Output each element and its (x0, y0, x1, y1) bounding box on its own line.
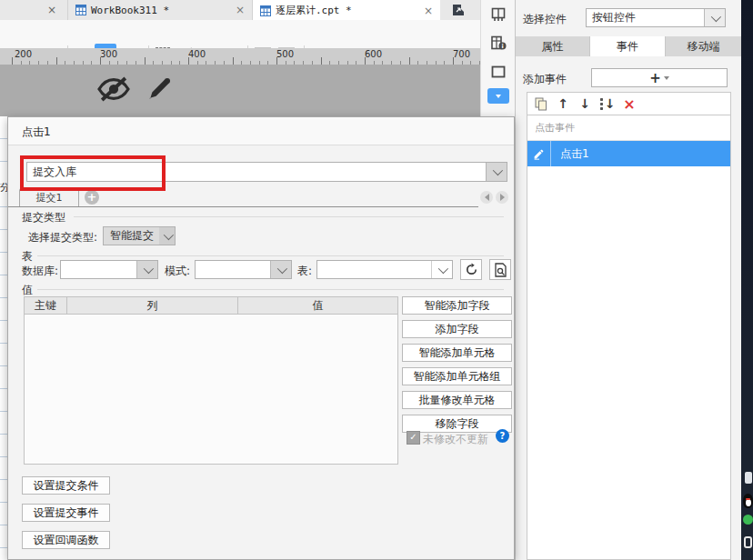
tray-icon[interactable] (744, 536, 752, 548)
move-down-button[interactable]: ↓ (577, 93, 592, 115)
float-element-button[interactable] (488, 62, 508, 82)
chevron-down-icon[interactable] (431, 261, 452, 278)
mode-combobox[interactable] (195, 260, 292, 279)
set-submit-condition-button[interactable]: 设置提交条件 (22, 476, 110, 495)
tab-workbook311[interactable]: WorkBook311 * × (68, 0, 253, 20)
plus-icon: + (649, 70, 661, 86)
ruler-number: 300 (100, 49, 117, 59)
click-event-dialog: 点击1 提交入库 提交1 + 提交类型 选择提交类型: 智能提交 表 数据库: … (7, 116, 515, 560)
document-search-icon (494, 263, 507, 277)
submit-type-dropdown[interactable]: 智能提交 (103, 226, 176, 245)
chevron-down-icon[interactable] (136, 261, 157, 278)
refresh-button[interactable] (460, 259, 482, 280)
widget-settings-panel: 选择控件 按钮控件 属性 事件 移动端 添加事件 + ↑ ↓ ↓ × 点击事件 (515, 0, 741, 560)
widget-edit-canvas[interactable] (0, 65, 480, 116)
event-item-label: 点击1 (551, 146, 589, 162)
widget-settings-button[interactable] (487, 88, 509, 104)
copy-event-button[interactable] (533, 93, 549, 115)
mode-label: 模式: (165, 264, 190, 279)
column-header-column[interactable]: 列 (67, 297, 238, 314)
smart-add-cell-button[interactable]: 智能添加单元格 (402, 344, 512, 362)
horizontal-ruler: 200 300 400 500 600 700 (0, 48, 480, 65)
event-type-combobox[interactable]: 提交入库 (26, 162, 507, 182)
copy-icon (535, 97, 547, 111)
tab-label: 事件 (617, 39, 638, 55)
move-to-position-button[interactable]: ↓ (597, 93, 617, 115)
tab-label: 逐层累计.cpt * (276, 4, 352, 17)
remove-field-button[interactable]: 移除字段 (402, 415, 512, 433)
tray-green-icon[interactable] (743, 515, 753, 525)
table-label: 表: (297, 264, 312, 279)
table-header-row: 主键 列 值 (25, 297, 397, 315)
qq-penguin-icon[interactable] (743, 494, 753, 508)
submit-type-label: 选择提交类型: (28, 230, 97, 245)
tray-icon[interactable] (745, 472, 752, 484)
chevron-down-icon[interactable] (486, 163, 507, 181)
event-list-toolbar: ↑ ↓ ↓ × (527, 92, 731, 115)
smart-add-cell-group-button[interactable]: 智能添加单元格组 (402, 367, 512, 385)
chevron-down-icon (664, 76, 669, 80)
refresh-icon (465, 263, 478, 276)
column-header-value[interactable]: 值 (238, 297, 397, 314)
delete-event-button[interactable]: × (621, 93, 638, 115)
select-widget-combobox[interactable]: 按钮控件 (586, 8, 726, 27)
ruler-number: 700 (453, 49, 470, 59)
section-label-table: 表 (22, 249, 33, 265)
column-header-primary-key[interactable]: 主键 (25, 297, 67, 314)
desktop-edge-strip (741, 0, 753, 560)
database-combobox[interactable] (60, 260, 158, 279)
edit-event-button[interactable] (527, 141, 551, 166)
tab-zhucenglieji[interactable]: 逐层累计.cpt * × (253, 0, 440, 21)
field-value-table[interactable]: 主键 列 值 (24, 296, 398, 465)
not-modified-no-update-checkbox[interactable]: ✓ (407, 431, 420, 445)
close-icon[interactable]: × (47, 4, 56, 16)
tab-properties[interactable]: 属性 (516, 36, 590, 56)
set-callback-function-button[interactable]: 设置回调函数 (22, 531, 110, 549)
arrow-right-icon (500, 194, 505, 201)
select-widget-label: 选择控件 (523, 12, 567, 27)
chevron-down-icon[interactable] (704, 9, 725, 26)
event-item-row[interactable]: 点击1 (527, 141, 730, 166)
cell-attribute-button[interactable]: i (488, 33, 508, 53)
ruler-number: 400 (188, 49, 206, 59)
edit-pencil-icon[interactable] (144, 73, 175, 105)
set-submit-event-button[interactable]: 设置提交事件 (22, 504, 110, 522)
close-icon[interactable]: × (424, 5, 433, 16)
cell-attribute-icon: i (490, 35, 507, 51)
tab-submit1[interactable]: 提交1 (19, 188, 79, 207)
pencil-icon (533, 148, 545, 160)
event-list: 点击事件 点击1 (527, 115, 731, 560)
add-field-button[interactable]: 添加字段 (402, 320, 512, 338)
chevron-down-icon (496, 95, 501, 98)
tab-strip-line (8, 206, 478, 207)
float-window-icon[interactable] (452, 4, 465, 16)
event-group-header: 点击事件 (527, 115, 730, 141)
chevron-down-icon[interactable] (270, 261, 291, 278)
dialog-title-bar[interactable]: 点击1 (8, 117, 514, 145)
help-icon[interactable]: ? (496, 429, 509, 443)
close-icon[interactable]: × (236, 5, 245, 15)
tab-label: 移动端 (688, 39, 720, 55)
ruler-number: 200 (15, 49, 32, 59)
tab-scroll-left-button[interactable] (480, 191, 493, 204)
arrow-left-icon (485, 194, 489, 201)
preview-button[interactable] (489, 259, 511, 280)
batch-modify-cells-button[interactable]: 批量修改单元格 (402, 391, 512, 409)
section-line (37, 255, 504, 256)
workbook-icon (75, 5, 86, 15)
add-submit-tab-button[interactable]: + (85, 190, 99, 205)
move-up-button[interactable]: ↑ (556, 93, 570, 115)
tab-events[interactable]: 事件 (590, 36, 666, 56)
tab-mobile[interactable]: 移动端 (666, 36, 741, 56)
section-line (74, 216, 504, 217)
table-combobox[interactable] (316, 260, 453, 279)
combobox-value: 按钮控件 (587, 10, 704, 25)
visibility-off-icon[interactable] (95, 75, 132, 104)
report-icon (260, 5, 271, 16)
cell-element-button[interactable] (488, 5, 508, 25)
table-body-empty[interactable] (25, 315, 397, 465)
document-tab-bar: × WorkBook311 * × 逐层累计.cpt * × (0, 0, 480, 21)
add-event-button[interactable]: + (591, 68, 728, 87)
tab-scroll-right-button[interactable] (496, 191, 508, 204)
smart-add-field-button[interactable]: 智能添加字段 (402, 296, 512, 315)
